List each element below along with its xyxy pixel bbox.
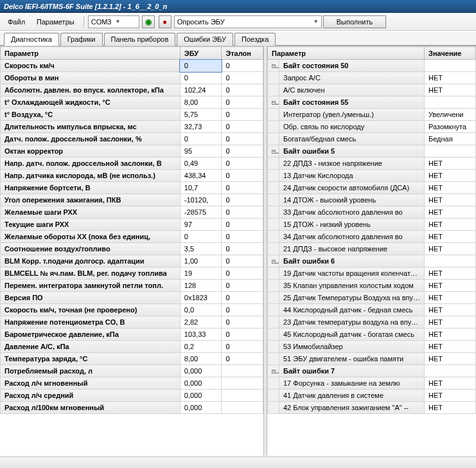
table-row[interactable]: ⊟Байт состояния 55 xyxy=(268,96,476,109)
table-row[interactable]: 42 Блок управления зажиганием "A" --НЕТ xyxy=(268,402,476,414)
param-cell[interactable]: 23 Датчик температуры воздуха на впуске xyxy=(279,316,425,328)
param-cell[interactable]: 15 ДТОЖ - низкий уровень xyxy=(279,219,425,231)
ebu-cell[interactable]: 438,34 xyxy=(180,170,222,182)
ebu-cell[interactable]: 32,73 xyxy=(180,121,222,133)
value-cell[interactable]: Бедная xyxy=(425,133,476,145)
col-header-param[interactable]: Параметр xyxy=(268,47,425,60)
table-row[interactable]: Обороты в мин00 xyxy=(1,72,263,84)
etalon-cell[interactable]: 0 xyxy=(222,170,263,182)
param-cell[interactable]: Расход л/ч мгновенный xyxy=(1,377,181,390)
etalon-cell[interactable]: 0 xyxy=(222,341,263,353)
param-cell[interactable]: Байт ошибки 6 xyxy=(279,255,425,267)
table-row[interactable]: 14 ДТОЖ - высокий уровеньНЕТ xyxy=(268,194,476,206)
param-cell[interactable]: 41 Датчик давления в системе xyxy=(279,390,425,402)
ebu-cell[interactable]: 0 xyxy=(180,72,222,84)
table-row[interactable]: ⊟Байт ошибки 7 xyxy=(268,365,476,377)
param-cell[interactable]: 14 ДТОЖ - высокий уровень xyxy=(279,194,425,206)
etalon-cell[interactable]: 0 xyxy=(222,72,263,84)
value-cell[interactable] xyxy=(425,145,476,158)
param-cell[interactable]: Датч. полож. дроссельной заслонки, % xyxy=(1,133,181,145)
value-cell[interactable] xyxy=(425,365,476,377)
tab-0[interactable]: Диагностика xyxy=(4,33,59,46)
param-cell[interactable]: Байт состояния 50 xyxy=(279,60,425,72)
value-cell[interactable]: НЕТ xyxy=(425,353,476,365)
ebu-cell[interactable]: 102,24 xyxy=(180,84,222,96)
ebu-cell[interactable]: 0x1823 xyxy=(180,292,222,304)
etalon-cell[interactable]: 0 xyxy=(222,231,263,243)
etalon-cell[interactable]: 0 xyxy=(222,267,263,280)
col-header-param[interactable]: Параметр xyxy=(1,47,181,60)
ebu-cell[interactable]: 128 xyxy=(180,280,222,292)
etalon-cell[interactable]: 0 xyxy=(222,145,263,158)
table-row[interactable]: 17 Форсунка - замыкание на землюНЕТ xyxy=(268,377,476,390)
param-cell[interactable]: Расход л/100км мгновенный xyxy=(1,402,181,414)
table-row[interactable]: BLM Корр. т.подачи долгоср. адаптации1,0… xyxy=(1,255,263,267)
ebu-cell[interactable]: 5,75 xyxy=(180,109,222,121)
param-cell[interactable]: 45 Кислородный датчик - богатая смесь xyxy=(279,328,425,341)
table-row[interactable]: 33 Датчик абсолютного давления воНЕТ xyxy=(268,206,476,219)
param-cell[interactable]: Байт ошибки 5 xyxy=(279,145,425,158)
param-cell[interactable]: 33 Датчик абсолютного давления во xyxy=(279,206,425,219)
ebu-cell[interactable]: 0,000 xyxy=(180,377,222,390)
table-row[interactable]: Угол опережения зажигания, ПКВ-10120,0 xyxy=(1,194,263,206)
table-row[interactable]: 51 ЭБУ двигателем - ошибка памятиНЕТ xyxy=(268,353,476,365)
param-cell[interactable]: Абсолютн. давлен. во впуск. коллекторе, … xyxy=(1,84,181,96)
param-cell[interactable]: Перемен. интегратора замкнутой петли топ… xyxy=(1,280,181,292)
etalon-cell[interactable] xyxy=(222,390,263,402)
table-row[interactable]: 44 Кислородный датчик - бедная смесьНЕТ xyxy=(268,304,476,316)
param-cell[interactable]: Напр. датч. полож. дроссельной заслонки,… xyxy=(1,158,181,170)
etalon-cell[interactable]: 0 xyxy=(222,194,263,206)
param-cell[interactable]: 25 Датчик Температуры Воздуха на впуске xyxy=(279,292,425,304)
tab-4[interactable]: Поездка xyxy=(234,33,276,46)
ebu-cell[interactable]: 0 xyxy=(180,231,222,243)
etalon-cell[interactable]: 0 xyxy=(222,292,263,304)
table-row[interactable]: Перемен. интегратора замкнутой петли топ… xyxy=(1,280,263,292)
value-cell[interactable]: НЕТ xyxy=(425,316,476,328)
etalon-cell[interactable]: 0 xyxy=(222,280,263,292)
etalon-cell[interactable]: 0 xyxy=(222,206,263,219)
value-cell[interactable] xyxy=(425,60,476,72)
table-row[interactable]: 45 Кислородный датчик - богатая смесьНЕТ xyxy=(268,328,476,341)
table-row[interactable]: 13 Датчик КислородаНЕТ xyxy=(268,170,476,182)
etalon-cell[interactable]: 0 xyxy=(222,255,263,267)
value-cell[interactable]: НЕТ xyxy=(425,182,476,194)
table-row[interactable]: Температура заряда, °C8,000 xyxy=(1,353,263,365)
value-cell[interactable]: НЕТ xyxy=(425,231,476,243)
param-cell[interactable]: Желаемые обороты XX (пока без единиц, xyxy=(1,231,181,243)
table-row[interactable]: Напр. датчика кислорода, мВ (не использ.… xyxy=(1,170,263,182)
com-port-combo[interactable]: COM3 ▼ xyxy=(88,15,139,28)
value-cell[interactable]: НЕТ xyxy=(425,219,476,231)
table-row[interactable]: Давление A/C, кПа0,20 xyxy=(1,341,263,353)
table-row[interactable]: Октан корректор950 xyxy=(1,145,263,158)
table-row[interactable]: Богатая/бедная смесьБедная xyxy=(268,133,476,145)
table-row[interactable]: Желаемые обороты XX (пока без единиц,00 xyxy=(1,231,263,243)
etalon-cell[interactable]: 0 xyxy=(222,182,263,194)
table-row[interactable]: 41 Датчик давления в системеНЕТ xyxy=(268,390,476,402)
param-cell[interactable]: Соотношение воздух/топливо xyxy=(1,243,181,255)
etalon-cell[interactable]: 0 xyxy=(222,121,263,133)
param-cell[interactable]: Угол опережения зажигания, ПКВ xyxy=(1,194,181,206)
etalon-cell[interactable]: 0 xyxy=(222,316,263,328)
table-row[interactable]: Интегратор (увел./уменьш.)Увеличени xyxy=(268,109,476,121)
menu-params[interactable]: Параметры xyxy=(31,17,80,27)
param-cell[interactable]: Давление A/C, кПа xyxy=(1,341,181,353)
table-row[interactable]: 24 Датчик скорости автомобиля (ДСА)НЕТ xyxy=(268,182,476,194)
param-cell[interactable]: Обр. связь по кислороду xyxy=(279,121,425,133)
ebu-cell[interactable]: 95 xyxy=(180,145,222,158)
table-row[interactable]: Абсолютн. давлен. во впуск. коллекторе, … xyxy=(1,84,263,96)
value-cell[interactable]: НЕТ xyxy=(425,170,476,182)
table-row[interactable]: ⊟Байт ошибки 5 xyxy=(268,145,476,158)
etalon-cell[interactable]: 0 xyxy=(222,304,263,316)
param-cell[interactable]: Запрос A/C xyxy=(279,72,425,84)
param-cell[interactable]: Напряжение бортсети, В xyxy=(1,182,181,194)
table-row[interactable]: Расход л/100км мгновенный0,000 xyxy=(1,402,263,414)
value-cell[interactable]: НЕТ xyxy=(425,377,476,390)
value-cell[interactable] xyxy=(425,96,476,109)
table-row[interactable]: Длительность импульса впрыска, мс32,730 xyxy=(1,121,263,133)
param-cell[interactable]: Байт состояния 55 xyxy=(279,96,425,109)
ebu-cell[interactable]: 2,82 xyxy=(180,316,222,328)
param-cell[interactable]: Желаемые шаги РХХ xyxy=(1,206,181,219)
table-row[interactable]: t° Охлаждающей жидкости, °C8,000 xyxy=(1,96,263,109)
ebu-cell[interactable]: 0 xyxy=(180,60,222,72)
table-row[interactable]: ⊟Байт состояния 50 xyxy=(268,60,476,72)
